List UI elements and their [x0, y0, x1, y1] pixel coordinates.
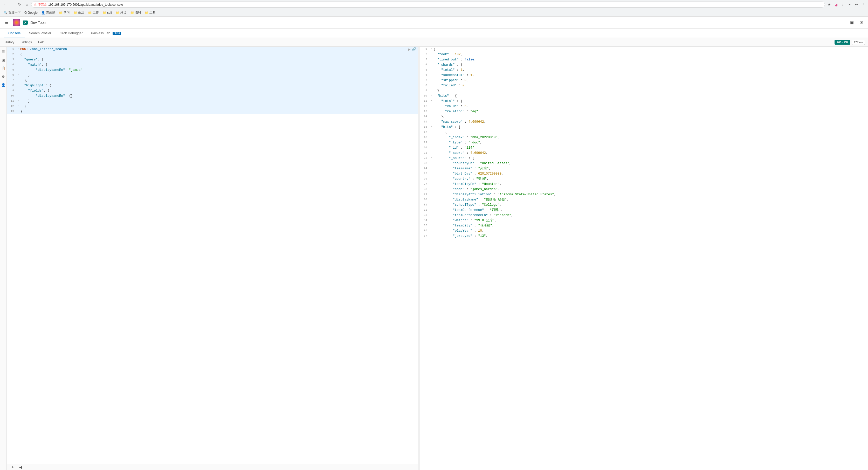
toolbar-right: 200 - OK 177 ms: [835, 40, 865, 45]
bookmarks-bar: 🔍 百度一下 G Google 👤 陈彦斌 📁 学习 📁 生活 📁 工作 📁 s…: [0, 9, 868, 17]
response-line-13: 13 "relation" : "eq": [420, 109, 868, 114]
sidebar-icon-2[interactable]: ▣: [1, 57, 6, 63]
response-line-21: 21 "_score" : 4.699642,: [420, 151, 868, 156]
sidebar-icon-5[interactable]: 👤: [1, 82, 6, 88]
url-text: 192.168.199.170:5601/app/kibana#/dev_too…: [48, 3, 123, 6]
editor-code-area[interactable]: 1 - POST /nba_latest/_search 2 { 3 "quer…: [7, 47, 417, 464]
settings-button[interactable]: Settings: [19, 40, 33, 45]
browser-toolbar: ← → ↻ ⌂ ⚠ 不安全 192.168.199.170:5601/app/k…: [0, 0, 868, 9]
bookmark-sites[interactable]: 📁 站点: [114, 10, 128, 15]
chrome-icon[interactable]: ◕: [833, 2, 839, 7]
home-button[interactable]: ⌂: [24, 2, 30, 7]
editor-line-11: 11 - }: [7, 99, 417, 104]
kibana-logo: [13, 19, 20, 26]
lock-text: 不安全: [38, 3, 47, 6]
response-line-14: 14 - },: [420, 114, 868, 119]
app-title: Dev Tools: [30, 21, 46, 25]
toolbar: History Settings Help 200 - OK 177 ms: [0, 38, 868, 47]
bookmark-baidu[interactable]: 🔍 百度一下: [2, 10, 22, 15]
editor-bottom-bar: + ◀: [7, 464, 417, 470]
response-line-7: 7 "skipped" : 0,: [420, 78, 868, 83]
tab-console[interactable]: Console: [4, 29, 25, 38]
response-line-15: 15 "max_score" : 4.699642,: [420, 119, 868, 125]
response-line-11: 11 - "total" : {: [420, 99, 868, 104]
back-button[interactable]: ←: [2, 2, 8, 7]
undo-button[interactable]: ↩: [854, 2, 859, 7]
app-header-right: ▣ ✉: [848, 19, 865, 26]
reload-button[interactable]: ↻: [17, 2, 22, 7]
panel-divider[interactable]: ⋮: [418, 47, 420, 470]
bookmark-star-button[interactable]: ★: [827, 2, 832, 7]
tab-painless-lab[interactable]: Painless Lab BETA: [87, 29, 125, 38]
add-query-button[interactable]: +: [10, 464, 16, 470]
collapse-panel-button[interactable]: ◀: [18, 464, 23, 470]
editor-line-9: 9 - "fields": {: [7, 88, 417, 93]
response-line-27: 27 "teamCityEn" : "Houston",: [420, 182, 868, 187]
bookmark-temp[interactable]: 📁 临时: [129, 10, 143, 15]
response-code-area[interactable]: 1 - { 2 "took" : 102, 3 "timed_out" : fa…: [420, 47, 868, 470]
sidebar-icon-1[interactable]: ☰: [1, 49, 6, 55]
response-line-17: 17 {: [420, 130, 868, 135]
copy-icon[interactable]: 🔗: [412, 47, 416, 51]
response-line-20: 20 "_id" : "214",: [420, 145, 868, 151]
bookmark-study[interactable]: 📁 学习: [57, 10, 71, 15]
download-button[interactable]: ↓: [840, 2, 846, 7]
response-line-12: 12 "value" : 5,: [420, 104, 868, 109]
response-line-36: 36 "playYear" : 10,: [420, 228, 868, 233]
bookmark-work[interactable]: 📁 工作: [86, 10, 100, 15]
response-line-34: 34 "weight" : "99.8 公斤",: [420, 218, 868, 223]
editor-line-5: 5 | "displayNameEn": "james": [7, 67, 417, 73]
bookmark-life[interactable]: 📁 生活: [72, 10, 86, 15]
sidebar-icon-3[interactable]: 📋: [1, 65, 6, 71]
editor-action-icons: ▶ 🔗: [407, 47, 416, 52]
response-line-33: 33 "teamConferenceEn" : "Western",: [420, 213, 868, 218]
response-line-25: 25 "birthDay" : 620107200000,: [420, 171, 868, 177]
bookmark-self[interactable]: 📁 self: [101, 10, 114, 15]
bookmark-tools[interactable]: 📁 工具: [143, 10, 157, 15]
response-line-35: 35 "teamCity" : "休斯顿",: [420, 223, 868, 228]
response-line-37: 37 "jerseyNo" : "13",: [420, 233, 868, 239]
response-line-19: 19 "_type" : "_doc",: [420, 140, 868, 145]
response-line-26: 26 "country" : "美国",: [420, 177, 868, 182]
response-line-23: 23 "countryEn" : "United States",: [420, 161, 868, 166]
lock-warning-icon: ⚠: [34, 3, 37, 6]
app-header: ☰ X Dev Tools ▣ ✉: [0, 17, 868, 29]
response-line-4: 4 - "_shards" : {: [420, 62, 868, 67]
editor-line-3: 3 "query": {: [7, 57, 417, 62]
address-bar[interactable]: ⚠ 不安全 192.168.199.170:5601/app/kibana#/d…: [31, 2, 825, 7]
status-badge: 200 - OK: [835, 40, 850, 44]
fullscreen-button[interactable]: ▣: [848, 19, 856, 26]
run-icon[interactable]: ▶: [408, 47, 411, 51]
editor-line-4: 4 - "match": {: [7, 62, 417, 67]
response-line-6: 6 "successful" : 1,: [420, 73, 868, 78]
response-line-2: 2 "took" : 102,: [420, 52, 868, 57]
hamburger-menu-button[interactable]: ☰: [3, 19, 10, 26]
response-line-31: 31 "schoolType" : "College",: [420, 202, 868, 208]
help-button[interactable]: Help: [37, 40, 46, 45]
editor-panel: ▶ 🔗 1 - POST /nba_latest/_search 2 { 3 "…: [7, 47, 418, 470]
response-line-9: 9 - },: [420, 88, 868, 93]
bookmark-google[interactable]: G Google: [23, 10, 39, 15]
beta-badge: BETA: [113, 32, 121, 35]
response-line-18: 18 "_index" : "nba_20220810",: [420, 135, 868, 140]
browser-actions: ★ ◕ ↓ ✂ ↩ ⋮: [827, 2, 866, 7]
dev-tools-badge: X: [23, 21, 28, 25]
editor-line-12: 12 - }: [7, 104, 417, 109]
tab-search-profiler[interactable]: Search Profiler: [25, 29, 56, 38]
response-line-16: 16 - "hits" : [: [420, 125, 868, 130]
tab-grok-debugger[interactable]: Grok Debugger: [56, 29, 87, 38]
bookmark-user[interactable]: 👤 陈彦斌: [40, 10, 57, 15]
response-line-24: 24 "teamName" : "火箭",: [420, 166, 868, 171]
response-line-28: 28 "code" : "james_harden",: [420, 187, 868, 192]
sidebar-icon-4[interactable]: ⚙: [1, 74, 6, 80]
history-button[interactable]: History: [3, 40, 16, 45]
notification-button[interactable]: ✉: [858, 19, 865, 26]
response-line-22: 22 - "_source" : {: [420, 156, 868, 161]
response-panel: 1 - { 2 "took" : 102, 3 "timed_out" : fa…: [420, 47, 868, 470]
menu-button[interactable]: ⋮: [860, 2, 866, 7]
forward-button[interactable]: →: [9, 2, 15, 7]
response-line-10: 10 - "hits" : {: [420, 93, 868, 99]
editor-line-10: 10 | "displayNameEn": {}: [7, 93, 417, 99]
editor-line-1: 1 - POST /nba_latest/_search: [7, 47, 417, 52]
cut-button[interactable]: ✂: [847, 2, 852, 7]
